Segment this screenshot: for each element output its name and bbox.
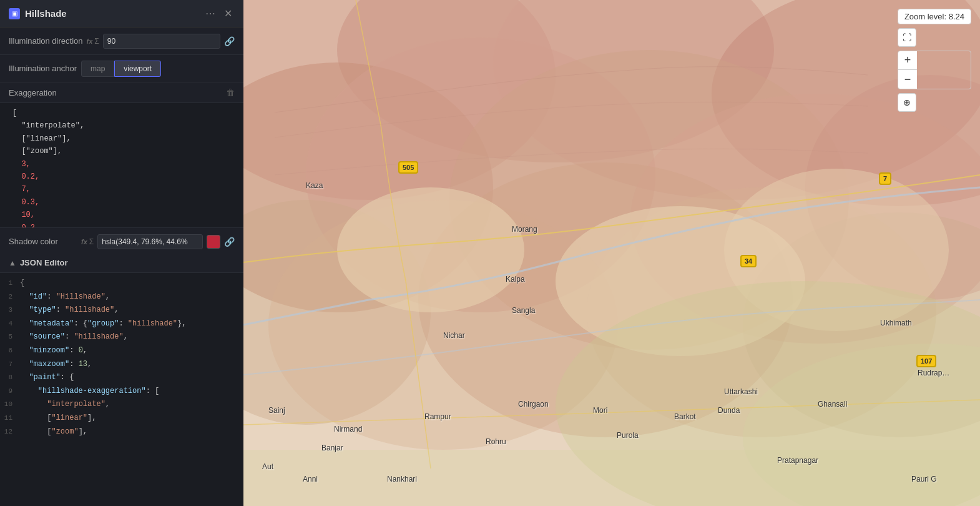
json-line: 1 { <box>0 277 243 290</box>
anchor-toggle: map viewport <box>81 61 161 77</box>
zoom-controls: + − <box>898 51 971 89</box>
anchor-map-button[interactable]: map <box>81 61 114 77</box>
map-background <box>243 0 980 506</box>
compass-button[interactable]: ⊕ <box>898 93 916 112</box>
shadow-color-row: Shadow color fx Σ 🔗 <box>0 228 243 253</box>
anchor-viewport-button[interactable]: viewport <box>114 61 161 77</box>
fx-icons: fx Σ <box>87 37 99 46</box>
zoom-level-label: Zoom level: 8.24 <box>898 9 971 24</box>
json-line: 10 "interpolate", <box>0 398 243 412</box>
badge-7: 7 <box>879 172 891 185</box>
trash-icon[interactable]: 🗑 <box>226 87 235 97</box>
shadow-sigma-icon[interactable]: Σ <box>89 237 94 246</box>
shadow-color-swatch[interactable] <box>207 235 220 249</box>
shadow-fx-icons: fx Σ <box>81 237 94 246</box>
json-line: 6 "minzoom": 0, <box>0 344 243 358</box>
json-expand-icon: ▲ <box>9 259 16 267</box>
json-line: 12 ["zoom"], <box>0 425 243 439</box>
illumination-direction-input[interactable] <box>103 34 220 49</box>
json-line: 4 "metadata": {"group": "hillshade"}, <box>0 317 243 331</box>
zoom-out-button[interactable]: − <box>898 70 917 89</box>
exaggeration-header: Exaggeration 🗑 <box>0 82 243 103</box>
json-editor-content[interactable]: 1 { 2 "id": "Hillshade", 3 "type": "hill… <box>0 273 243 506</box>
json-line: 3 "type": "hillshade", <box>0 304 243 317</box>
svg-rect-20 <box>243 450 980 506</box>
fullscreen-button[interactable]: ⛶ <box>898 28 916 47</box>
close-button[interactable]: ✕ <box>222 6 235 21</box>
illumination-direction-row: Illumination direction fx Σ 🔗 <box>0 27 243 55</box>
sidebar: ▣ Hillshade ⋯ ✕ Illumination direction f… <box>0 0 243 506</box>
json-line: 2 "id": "Hillshade", <box>0 290 243 304</box>
shadow-color-label: Shadow color <box>9 237 77 246</box>
layer-icon: ▣ <box>9 8 20 19</box>
badge-34: 34 <box>740 255 757 267</box>
map-controls: Zoom level: 8.24 ⛶ + − ⊕ <box>898 9 971 112</box>
sidebar-header: ▣ Hillshade ⋯ ✕ <box>0 0 243 27</box>
illumination-direction-label: Illumination direction <box>9 36 83 46</box>
fx-icon[interactable]: fx <box>87 37 93 45</box>
sidebar-content: Illumination direction fx Σ 🔗 Illuminati… <box>0 27 243 253</box>
shadow-unlink-icon[interactable]: 🔗 <box>224 237 235 247</box>
shadow-fx-icon[interactable]: fx <box>81 238 87 246</box>
json-line: 11 ["linear"], <box>0 412 243 425</box>
svg-point-15 <box>337 187 524 312</box>
header-actions: ⋯ ✕ <box>203 6 235 21</box>
json-line: 5 "source": "hillshade", <box>0 330 243 344</box>
exaggeration-label: Exaggeration <box>9 88 221 97</box>
unlink-icon[interactable]: 🔗 <box>224 36 235 46</box>
exaggeration-code: [ "interpolate", ["linear"], ["zoom"], 3… <box>0 103 243 228</box>
sigma-icon[interactable]: Σ <box>94 37 99 46</box>
json-editor-header[interactable]: ▲ JSON Editor <box>0 253 243 273</box>
json-line: 7 "maxzoom": 13, <box>0 358 243 372</box>
zoom-in-button[interactable]: + <box>898 51 917 70</box>
json-line: 9 "hillshade-exaggeration": [ <box>0 385 243 399</box>
json-editor-label: JSON Editor <box>20 258 68 267</box>
sidebar-title: Hillshade <box>25 8 198 19</box>
map-area[interactable]: Kaza Morang Kalpa Sangla Nichar Sainj Ni… <box>243 0 980 506</box>
json-line: 8 "paint": { <box>0 371 243 385</box>
shadow-color-input[interactable] <box>97 234 203 249</box>
badge-107: 107 <box>916 355 936 367</box>
more-options-button[interactable]: ⋯ <box>203 6 218 21</box>
illumination-anchor-row: Illumination anchor map viewport <box>0 55 243 82</box>
illumination-anchor-label: Illumination anchor <box>9 64 77 73</box>
badge-505: 505 <box>398 161 418 174</box>
